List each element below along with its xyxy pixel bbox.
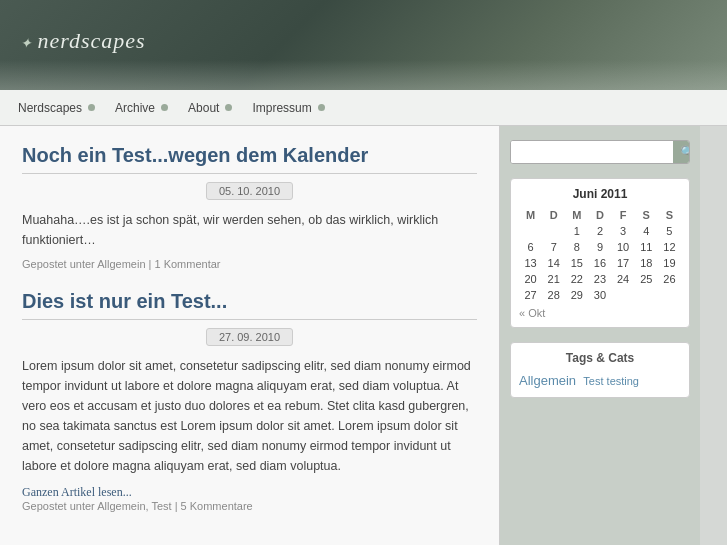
- site-title[interactable]: nerdscapes: [20, 28, 146, 54]
- cal-cell[interactable]: 27: [519, 287, 542, 303]
- post-2-read-more-wrapper: Ganzen Artikel lesen...: [22, 484, 477, 500]
- cal-cell[interactable]: 29: [565, 287, 588, 303]
- cal-cell[interactable]: 15: [565, 255, 588, 271]
- cal-cell: [519, 223, 542, 239]
- post-2-body: Lorem ipsum dolor sit amet, consetetur s…: [22, 356, 477, 476]
- nav-dot: [318, 104, 325, 111]
- post-1-body: Muahaha….es ist ja schon spät, wir werde…: [22, 210, 477, 250]
- content-area: Noch ein Test...wegen dem Kalender 05. 1…: [0, 126, 500, 545]
- cal-cell[interactable]: 13: [519, 255, 542, 271]
- main-nav: Nerdscapes Archive About Impressum: [0, 90, 727, 126]
- search-box: 🔍: [510, 140, 690, 164]
- cal-header-m2: M: [565, 207, 588, 223]
- cal-cell[interactable]: 30: [588, 287, 611, 303]
- post-2-title[interactable]: Dies ist nur ein Test...: [22, 290, 477, 320]
- nav-item-archive[interactable]: Archive: [105, 95, 178, 121]
- cal-cell[interactable]: 14: [542, 255, 565, 271]
- cal-header-f: F: [612, 207, 635, 223]
- post-2-date: 27. 09. 2010: [206, 328, 293, 346]
- cal-cell[interactable]: 12: [658, 239, 681, 255]
- nav-item-nerdscapes[interactable]: Nerdscapes: [8, 95, 105, 121]
- site-header: nerdscapes: [0, 0, 727, 90]
- cal-cell[interactable]: 18: [635, 255, 658, 271]
- cal-cell[interactable]: 21: [542, 271, 565, 287]
- tags-list: Allgemein Test testing: [519, 373, 681, 389]
- tags-widget: Tags & Cats Allgemein Test testing: [510, 342, 690, 398]
- cal-cell[interactable]: 8: [565, 239, 588, 255]
- cal-cell: [542, 223, 565, 239]
- cal-cell[interactable]: 19: [658, 255, 681, 271]
- cal-cell[interactable]: 26: [658, 271, 681, 287]
- post-1-date-wrapper: 05. 10. 2010: [22, 182, 477, 200]
- cal-cell[interactable]: 24: [612, 271, 635, 287]
- nav-dot: [225, 104, 232, 111]
- sidebar: 🔍 Juni 2011 M D M D F S S 123: [500, 126, 700, 545]
- cal-cell[interactable]: 5: [658, 223, 681, 239]
- post-2-date-wrapper: 27. 09. 2010: [22, 328, 477, 346]
- tag-allgemein[interactable]: Allgemein: [519, 373, 576, 388]
- tags-title: Tags & Cats: [519, 351, 681, 365]
- calendar-prev-nav[interactable]: « Okt: [519, 307, 681, 319]
- search-input[interactable]: [511, 141, 673, 163]
- calendar-widget: Juni 2011 M D M D F S S 1234567891011121…: [510, 178, 690, 328]
- cal-cell[interactable]: 20: [519, 271, 542, 287]
- cal-cell[interactable]: 4: [635, 223, 658, 239]
- search-button[interactable]: 🔍: [673, 141, 690, 163]
- post-1: Noch ein Test...wegen dem Kalender 05. 1…: [22, 144, 477, 270]
- cal-cell[interactable]: 11: [635, 239, 658, 255]
- post-1-title[interactable]: Noch ein Test...wegen dem Kalender: [22, 144, 477, 174]
- cal-cell[interactable]: 3: [612, 223, 635, 239]
- post-1-meta: Gepostet unter Allgemein | 1 Kommentar: [22, 258, 477, 270]
- nav-dot: [88, 104, 95, 111]
- cal-cell[interactable]: 7: [542, 239, 565, 255]
- cal-header-s1: S: [635, 207, 658, 223]
- cal-header-d2: D: [588, 207, 611, 223]
- post-2: Dies ist nur ein Test... 27. 09. 2010 Lo…: [22, 290, 477, 512]
- cal-cell: [658, 287, 681, 303]
- cal-header-m1: M: [519, 207, 542, 223]
- cal-cell[interactable]: 6: [519, 239, 542, 255]
- post-1-date: 05. 10. 2010: [206, 182, 293, 200]
- cal-cell[interactable]: 22: [565, 271, 588, 287]
- cal-cell: [635, 287, 658, 303]
- cal-cell[interactable]: 1: [565, 223, 588, 239]
- post-2-meta: Gepostet unter Allgemein, Test | 5 Komme…: [22, 500, 477, 512]
- nav-item-impressum[interactable]: Impressum: [242, 95, 334, 121]
- cal-cell[interactable]: 25: [635, 271, 658, 287]
- tag-test-testing[interactable]: Test testing: [583, 375, 639, 387]
- post-2-read-more-link[interactable]: Ganzen Artikel lesen...: [22, 485, 132, 499]
- nav-dot: [161, 104, 168, 111]
- cal-header-s2: S: [658, 207, 681, 223]
- cal-cell[interactable]: 23: [588, 271, 611, 287]
- cal-cell[interactable]: 28: [542, 287, 565, 303]
- cal-cell: [612, 287, 635, 303]
- cal-cell[interactable]: 10: [612, 239, 635, 255]
- cal-cell[interactable]: 16: [588, 255, 611, 271]
- main-layout: Noch ein Test...wegen dem Kalender 05. 1…: [0, 126, 727, 545]
- cal-cell[interactable]: 9: [588, 239, 611, 255]
- cal-cell[interactable]: 2: [588, 223, 611, 239]
- calendar-table: M D M D F S S 12345678910111213141516171…: [519, 207, 681, 303]
- nav-item-about[interactable]: About: [178, 95, 242, 121]
- calendar-title: Juni 2011: [519, 187, 681, 201]
- cal-cell[interactable]: 17: [612, 255, 635, 271]
- cal-header-d1: D: [542, 207, 565, 223]
